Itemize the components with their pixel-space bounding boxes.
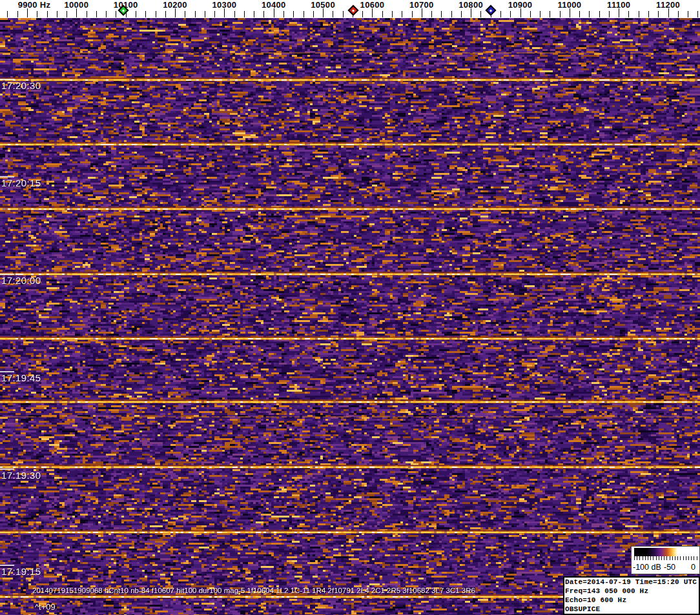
freq-label: 11100 xyxy=(607,0,630,10)
freq-tick xyxy=(293,11,294,17)
freq-label: 10400 xyxy=(262,0,286,10)
freq-tick xyxy=(76,8,77,17)
freq-tick xyxy=(619,8,619,17)
colorbar-ticks xyxy=(634,556,697,560)
time-offset-label: ^t+09 xyxy=(35,602,56,612)
freq-label: 11200 xyxy=(656,0,680,10)
time-label: 17:19:45 xyxy=(1,372,41,383)
freq-tick xyxy=(540,11,540,17)
freq-label: 10500 xyxy=(311,0,335,10)
freq-tick xyxy=(422,8,422,17)
freq-tick xyxy=(57,11,57,17)
time-label: 17:19:30 xyxy=(1,470,41,481)
freq-tick xyxy=(628,11,629,17)
freq-tick xyxy=(195,11,196,17)
freq-tick xyxy=(87,11,87,17)
freq-tick xyxy=(589,11,590,17)
freq-tick xyxy=(520,8,521,17)
freq-tick xyxy=(116,11,116,17)
freq-tick xyxy=(283,11,284,17)
freq-tick xyxy=(570,8,570,17)
freq-tick xyxy=(185,11,185,17)
freq-tick xyxy=(658,11,659,17)
freq-tick xyxy=(550,11,550,17)
freq-tick xyxy=(579,11,580,17)
freq-tick xyxy=(17,11,18,17)
freq-tick xyxy=(156,11,156,17)
freq-tick xyxy=(412,11,413,17)
freq-label: 10300 xyxy=(212,0,237,10)
freq-tick xyxy=(609,11,610,17)
freq-tick xyxy=(392,11,393,17)
spectrogram-canvas xyxy=(0,18,700,615)
event-annotation-text: 20140719151909068 hCnt10 nb-84 f10607 hi… xyxy=(32,587,475,594)
freq-tick xyxy=(67,11,67,17)
colorbar-label-max: 0 xyxy=(691,563,695,572)
freq-tick xyxy=(313,11,314,17)
meteor-echo-spectrogram-window: 9900 Hz100001010010200103001040010500106… xyxy=(0,0,700,615)
freq-tick xyxy=(7,11,8,17)
freq-tick xyxy=(688,11,688,17)
freq-tick xyxy=(362,11,363,17)
info-date-time: Date=2014-07-19 Time=15:20 UTC xyxy=(565,578,698,587)
freq-tick xyxy=(510,11,511,17)
colorbar-gradient xyxy=(634,548,697,556)
freq-label: 10600 xyxy=(360,0,385,10)
freq-tick xyxy=(343,11,344,17)
freq-tick xyxy=(648,11,649,17)
freq-tick xyxy=(274,8,274,17)
freq-tick xyxy=(402,11,402,17)
freq-tick xyxy=(244,11,245,17)
freq-tick xyxy=(323,8,324,17)
time-label: 17:19:15 xyxy=(1,566,41,577)
info-echo: Echo=10 600 Hz xyxy=(565,596,698,605)
freq-tick xyxy=(333,11,333,17)
freq-tick xyxy=(37,11,37,17)
freq-tick xyxy=(560,11,561,17)
freq-label: 10700 xyxy=(409,0,434,10)
observation-info-box: Date=2014-07-19 Time=15:20 UTC Freq=143 … xyxy=(563,576,700,615)
freq-tick xyxy=(382,11,383,17)
time-label: 17:20:30 xyxy=(1,80,41,91)
freq-tick xyxy=(234,11,235,17)
freq-tick xyxy=(106,11,107,17)
freq-tick xyxy=(165,11,166,17)
freq-tick xyxy=(678,11,679,17)
intensity-colorbar: -100 dB -50 0 xyxy=(631,546,700,574)
freq-tick xyxy=(205,11,205,17)
freq-label: 10000 xyxy=(65,0,89,10)
freq-tick xyxy=(47,11,48,17)
freq-tick xyxy=(96,11,97,17)
time-label: 17:20:15 xyxy=(1,177,41,188)
freq-tick xyxy=(254,11,254,17)
freq-tick xyxy=(304,11,304,17)
freq-tick xyxy=(530,11,531,17)
freq-tick xyxy=(599,11,600,17)
freq-tick xyxy=(697,11,698,17)
freq-tick xyxy=(372,8,373,17)
freq-tick xyxy=(441,11,442,17)
freq-tick xyxy=(639,11,639,17)
freq-tick xyxy=(175,8,176,17)
freq-label: 9900 Hz xyxy=(18,0,51,10)
freq-label: 10800 xyxy=(458,0,483,10)
info-frequency: Freq=143 050 000 Hz xyxy=(565,587,698,596)
freq-tick xyxy=(471,8,471,17)
freq-tick xyxy=(480,11,481,17)
freq-tick xyxy=(214,11,215,17)
colorbar-label-mid: -50 xyxy=(664,563,675,572)
freq-tick xyxy=(668,8,669,17)
freq-tick xyxy=(27,8,28,17)
freq-tick xyxy=(145,11,146,17)
freq-tick xyxy=(500,11,501,17)
freq-tick xyxy=(461,11,462,17)
freq-tick xyxy=(224,8,225,17)
info-station: OBSUPICE xyxy=(565,605,698,614)
freq-tick xyxy=(431,11,432,17)
freq-tick xyxy=(263,11,264,17)
colorbar-label-min: -100 dB xyxy=(633,563,661,572)
freq-tick xyxy=(136,11,136,17)
freq-label: 11000 xyxy=(557,0,581,10)
freq-tick xyxy=(451,11,452,17)
freq-label: 10200 xyxy=(163,0,187,10)
